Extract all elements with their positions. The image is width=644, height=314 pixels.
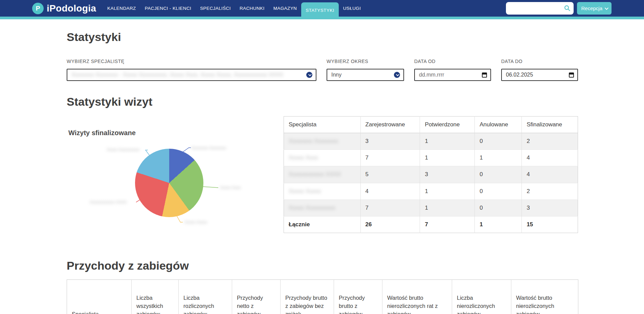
specialist-name-cell: Xxxxx Xxxxx bbox=[284, 183, 361, 200]
visits-table: Specjalista Zarejestrowane Potwierdzone … bbox=[284, 116, 578, 233]
column-przychody-brutto-bez-znizek: Przychody brutto z zabiegów bez zniżek bbox=[281, 280, 334, 314]
total-row: Łącznie 26 7 1 15 bbox=[284, 216, 578, 233]
column-zarejestrowane: Zarejestrowane bbox=[360, 117, 420, 133]
table-row: Xxxxx Xxxxxxxxxx 7 1 0 3 bbox=[284, 200, 578, 216]
cell: 4 bbox=[522, 166, 578, 183]
pie-label: Xxxxx Xxxx bbox=[220, 185, 241, 190]
brand-name: iPodologia bbox=[47, 3, 96, 14]
logo-icon: P bbox=[32, 3, 44, 14]
table-row: Xxxxxxxx Xxxxxxxx 3 1 0 2 bbox=[284, 133, 578, 150]
period-select[interactable]: Inny bbox=[327, 69, 404, 81]
table-row: Xxxxxxxxxxxx XXXX 5 3 0 4 bbox=[284, 166, 578, 183]
specialist-name-cell: Xxxxx Xxxxxxxxxx bbox=[284, 200, 361, 216]
specialist-name-cell: Xxxxxxxxxxxx XXXX bbox=[284, 166, 361, 183]
logo-letter: P bbox=[36, 5, 40, 12]
leader-line bbox=[203, 187, 218, 188]
date-from-value: dd.mm.rrrr bbox=[419, 72, 482, 78]
redacted-name: Xxxxxxxx Xxxxxxxx bbox=[289, 138, 338, 144]
table-row: Xxxxx Xxxx 7 1 1 4 bbox=[284, 150, 578, 166]
date-to-value: 06.02.2025 bbox=[506, 72, 569, 78]
total-cell: 7 bbox=[420, 216, 475, 233]
cell: 5 bbox=[360, 166, 420, 183]
cell: 7 bbox=[360, 200, 420, 216]
top-navbar: P iPodologia KALENDARZ PACJENCI - KLIENC… bbox=[0, 0, 644, 17]
calendar-icon[interactable] bbox=[482, 72, 487, 78]
cell: 0 bbox=[475, 133, 522, 150]
total-label: Łącznie bbox=[284, 216, 361, 233]
period-filter-label: WYBIERZ OKRES bbox=[327, 59, 404, 64]
filters-row: WYBIERZ SPECJALISTĘ Xxxxxxxx Xxxxxxxx - … bbox=[67, 59, 578, 81]
specialist-select-value: Xxxxxxxx Xxxxxxxx - Xxxxx Xxxxxxxxxx, Xx… bbox=[71, 72, 306, 78]
revenue-table: Specjalista Liczba wszystkich zabiegów L… bbox=[67, 279, 578, 314]
date-from-input[interactable]: dd.mm.rrrr bbox=[414, 69, 491, 81]
leader-line bbox=[136, 200, 140, 202]
leader-line bbox=[183, 148, 191, 152]
main-content: Statystyki WYBIERZ SPECJALISTĘ Xxxxxxxx … bbox=[0, 30, 578, 314]
brand[interactable]: P iPodologia bbox=[32, 3, 96, 14]
total-cell: 26 bbox=[360, 216, 420, 233]
column-liczba-wszystkich: Liczba wszystkich zabiegów bbox=[132, 280, 179, 314]
cell: 0 bbox=[475, 183, 522, 200]
cell: 2 bbox=[522, 133, 578, 150]
column-liczba-rozliczonych: Liczba rozliczonych zabiegów bbox=[179, 280, 232, 314]
cell: 1 bbox=[420, 183, 475, 200]
column-wartosc-nierozliczonych: Wartość brutto nierozliczonych zabiegów bbox=[511, 280, 578, 314]
leader-line bbox=[146, 150, 150, 155]
redacted-name: Xxxxx Xxxxx bbox=[289, 188, 321, 194]
date-to-input[interactable]: 06.02.2025 bbox=[501, 69, 578, 81]
cell: 7 bbox=[360, 150, 420, 166]
period-filter: WYBIERZ OKRES Inny bbox=[327, 59, 404, 81]
cell: 0 bbox=[475, 200, 522, 216]
pie-label: Xxxxxxxx Xxxxxxxx bbox=[191, 146, 226, 150]
visits-section-title: Statystyki wizyt bbox=[67, 95, 578, 108]
column-potwierdzone: Potwierdzone bbox=[420, 117, 475, 133]
redacted-name: Xxxxxxxxxxxx XXXX bbox=[289, 171, 341, 177]
leader-line bbox=[176, 215, 183, 222]
specialist-filter-label: WYBIERZ SPECJALISTĘ bbox=[67, 59, 316, 64]
visits-table-header-row: Specjalista Zarejestrowane Potwierdzone … bbox=[284, 117, 578, 133]
redacted-name: Xxxxx Xxxx bbox=[289, 154, 318, 161]
total-cell: 1 bbox=[475, 216, 522, 233]
nav-item-statystyki[interactable]: STATYSTYKI bbox=[301, 2, 339, 18]
cell: 3 bbox=[360, 133, 420, 150]
revenue-table-header-row: Specjalista Liczba wszystkich zabiegów L… bbox=[67, 280, 578, 314]
search-input[interactable] bbox=[506, 2, 574, 15]
nav-item-pacjenci-klienci[interactable]: PACJENCI - KLIENCI bbox=[140, 6, 196, 11]
cell: 3 bbox=[420, 166, 475, 183]
pie-chart-block: Wizyty sfinalizowane Xxxxxxxx Xxxxxxxx X… bbox=[67, 116, 284, 233]
user-menu-label: Recepcja bbox=[581, 5, 602, 11]
cell: 4 bbox=[522, 150, 578, 166]
table-row: Xxxxx Xxxxx 4 1 0 2 bbox=[284, 183, 578, 200]
chevron-down-circle-icon bbox=[306, 72, 312, 78]
period-select-value: Inny bbox=[331, 72, 394, 78]
cell: 1 bbox=[420, 200, 475, 216]
nav-right: Recepcja bbox=[506, 2, 612, 15]
redacted-name: Xxxxx Xxxxxxxxxx bbox=[289, 205, 335, 211]
search-icon[interactable] bbox=[564, 5, 571, 12]
nav-item-specjalisci[interactable]: SPECJALIŚCI bbox=[196, 6, 235, 11]
cell: 2 bbox=[522, 183, 578, 200]
chevron-down-circle-icon bbox=[394, 72, 400, 78]
revenue-section-title: Przychody z zabiegów bbox=[67, 259, 578, 272]
calendar-icon[interactable] bbox=[569, 72, 574, 78]
visits-row: Wizyty sfinalizowane Xxxxxxxx Xxxxxxxx X… bbox=[67, 116, 578, 233]
specialist-name-cell: Xxxxxxxx Xxxxxxxx bbox=[284, 133, 361, 150]
nav-item-rachunki[interactable]: RACHUNKI bbox=[235, 6, 269, 11]
date-from-label: DATA OD bbox=[414, 59, 491, 64]
specialist-select[interactable]: Xxxxxxxx Xxxxxxxx - Xxxxx Xxxxxxxxxx, Xx… bbox=[67, 69, 316, 81]
nav-item-magazyn[interactable]: MAGAZYN bbox=[269, 6, 302, 11]
cell: 0 bbox=[475, 166, 522, 183]
specialist-name-cell: Xxxxx Xxxx bbox=[284, 150, 361, 166]
cell: 1 bbox=[420, 133, 475, 150]
user-menu-button[interactable]: Recepcja bbox=[577, 2, 612, 15]
nav-item-kalendarz[interactable]: KALENDARZ bbox=[103, 6, 140, 11]
nav-menu: KALENDARZ PACJENCI - KLIENCI SPECJALIŚCI… bbox=[103, 0, 365, 16]
cell: 1 bbox=[420, 150, 475, 166]
date-to-filter: DATA DO 06.02.2025 bbox=[501, 59, 578, 81]
pie-label: Xxxxx Xxxxxxxxxx bbox=[107, 147, 139, 152]
cell: 3 bbox=[522, 200, 578, 216]
column-specjalista: Specjalista bbox=[67, 280, 132, 314]
column-specjalista: Specjalista bbox=[284, 117, 361, 133]
search-box bbox=[506, 2, 574, 15]
nav-item-uslugi[interactable]: USŁUGI bbox=[339, 6, 365, 11]
